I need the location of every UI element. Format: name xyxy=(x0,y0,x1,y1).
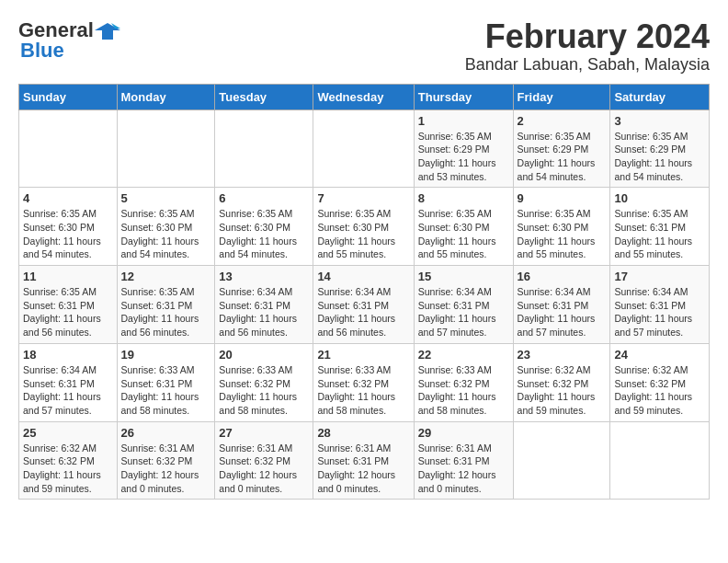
calendar-cell xyxy=(513,421,610,500)
day-number: 16 xyxy=(518,270,607,283)
calendar-cell xyxy=(610,421,710,500)
day-info: Sunrise: 6:35 AM Sunset: 6:30 PM Dayligh… xyxy=(418,207,509,261)
calendar-week-row: 11Sunrise: 6:35 AM Sunset: 6:31 PM Dayli… xyxy=(19,266,710,344)
day-info: Sunrise: 6:34 AM Sunset: 6:31 PM Dayligh… xyxy=(219,285,309,339)
day-info: Sunrise: 6:32 AM Sunset: 6:32 PM Dayligh… xyxy=(518,363,607,418)
calendar-cell: 6Sunrise: 6:35 AM Sunset: 6:30 PM Daylig… xyxy=(215,188,313,266)
calendar-cell: 9Sunrise: 6:35 AM Sunset: 6:30 PM Daylig… xyxy=(513,188,610,266)
day-info: Sunrise: 6:35 AM Sunset: 6:30 PM Dayligh… xyxy=(219,207,309,261)
calendar-cell: 1Sunrise: 6:35 AM Sunset: 6:29 PM Daylig… xyxy=(414,109,513,188)
calendar-cell: 22Sunrise: 6:33 AM Sunset: 6:32 PM Dayli… xyxy=(414,343,513,421)
calendar-cell: 12Sunrise: 6:35 AM Sunset: 6:31 PM Dayli… xyxy=(117,266,215,344)
calendar-cell: 27Sunrise: 6:31 AM Sunset: 6:32 PM Dayli… xyxy=(215,421,313,500)
day-number: 14 xyxy=(317,270,409,283)
day-number: 25 xyxy=(23,426,113,440)
calendar-cell: 8Sunrise: 6:35 AM Sunset: 6:30 PM Daylig… xyxy=(414,188,513,266)
day-info: Sunrise: 6:33 AM Sunset: 6:32 PM Dayligh… xyxy=(219,363,309,418)
day-number: 26 xyxy=(121,426,211,440)
calendar-cell: 28Sunrise: 6:31 AM Sunset: 6:31 PM Dayli… xyxy=(313,421,414,500)
calendar-week-row: 18Sunrise: 6:34 AM Sunset: 6:31 PM Dayli… xyxy=(19,343,710,421)
svg-marker-0 xyxy=(95,23,120,40)
calendar-cell xyxy=(215,109,313,188)
day-number: 2 xyxy=(518,114,607,128)
page-header: General Blue February 2024 Bandar Labuan… xyxy=(18,18,710,75)
day-number: 29 xyxy=(418,426,509,440)
day-info: Sunrise: 6:35 AM Sunset: 6:30 PM Dayligh… xyxy=(121,207,211,261)
day-info: Sunrise: 6:35 AM Sunset: 6:31 PM Dayligh… xyxy=(121,285,211,339)
day-of-week-header: Tuesday xyxy=(215,84,313,109)
logo-bird-icon xyxy=(95,21,120,41)
day-number: 18 xyxy=(23,348,113,362)
day-number: 20 xyxy=(219,348,309,362)
day-info: Sunrise: 6:34 AM Sunset: 6:31 PM Dayligh… xyxy=(418,285,509,339)
day-number: 24 xyxy=(614,348,705,362)
day-of-week-header: Thursday xyxy=(414,84,513,109)
calendar-subtitle: Bandar Labuan, Sabah, Malaysia xyxy=(465,55,710,75)
day-info: Sunrise: 6:33 AM Sunset: 6:32 PM Dayligh… xyxy=(418,363,509,418)
calendar-cell: 26Sunrise: 6:31 AM Sunset: 6:32 PM Dayli… xyxy=(117,421,215,500)
day-info: Sunrise: 6:34 AM Sunset: 6:31 PM Dayligh… xyxy=(518,285,607,339)
calendar-cell xyxy=(313,109,414,188)
calendar-cell: 14Sunrise: 6:34 AM Sunset: 6:31 PM Dayli… xyxy=(313,266,414,344)
calendar-cell: 13Sunrise: 6:34 AM Sunset: 6:31 PM Dayli… xyxy=(215,266,313,344)
day-of-week-header: Friday xyxy=(513,84,610,109)
calendar-cell: 21Sunrise: 6:33 AM Sunset: 6:32 PM Dayli… xyxy=(313,343,414,421)
calendar-title: February 2024 xyxy=(465,18,710,55)
day-info: Sunrise: 6:35 AM Sunset: 6:30 PM Dayligh… xyxy=(317,207,409,261)
day-info: Sunrise: 6:32 AM Sunset: 6:32 PM Dayligh… xyxy=(23,442,113,496)
calendar-table: SundayMondayTuesdayWednesdayThursdayFrid… xyxy=(18,84,710,500)
day-info: Sunrise: 6:35 AM Sunset: 6:31 PM Dayligh… xyxy=(23,285,113,339)
day-info: Sunrise: 6:35 AM Sunset: 6:29 PM Dayligh… xyxy=(614,130,705,184)
calendar-cell: 5Sunrise: 6:35 AM Sunset: 6:30 PM Daylig… xyxy=(117,188,215,266)
day-number: 11 xyxy=(23,270,113,283)
calendar-cell: 7Sunrise: 6:35 AM Sunset: 6:30 PM Daylig… xyxy=(313,188,414,266)
calendar-week-row: 1Sunrise: 6:35 AM Sunset: 6:29 PM Daylig… xyxy=(19,109,710,188)
calendar-cell: 10Sunrise: 6:35 AM Sunset: 6:31 PM Dayli… xyxy=(610,188,710,266)
calendar-cell: 20Sunrise: 6:33 AM Sunset: 6:32 PM Dayli… xyxy=(215,343,313,421)
day-info: Sunrise: 6:33 AM Sunset: 6:31 PM Dayligh… xyxy=(121,363,211,418)
day-number: 19 xyxy=(121,348,211,362)
calendar-cell: 29Sunrise: 6:31 AM Sunset: 6:31 PM Dayli… xyxy=(414,421,513,500)
title-block: February 2024 Bandar Labuan, Sabah, Mala… xyxy=(465,18,710,75)
day-info: Sunrise: 6:35 AM Sunset: 6:30 PM Dayligh… xyxy=(518,207,607,261)
day-of-week-header: Monday xyxy=(117,84,215,109)
calendar-cell: 2Sunrise: 6:35 AM Sunset: 6:29 PM Daylig… xyxy=(513,109,610,188)
day-number: 3 xyxy=(614,114,705,128)
day-info: Sunrise: 6:31 AM Sunset: 6:32 PM Dayligh… xyxy=(219,442,309,496)
day-number: 21 xyxy=(317,348,409,362)
day-of-week-header: Wednesday xyxy=(313,84,414,109)
day-of-week-header: Saturday xyxy=(610,84,710,109)
day-number: 15 xyxy=(418,270,509,283)
day-number: 5 xyxy=(121,191,211,205)
day-number: 13 xyxy=(219,270,309,283)
day-number: 9 xyxy=(518,191,607,205)
day-of-week-header: Sunday xyxy=(19,84,118,109)
day-number: 12 xyxy=(121,270,211,283)
logo: General Blue xyxy=(18,18,120,63)
calendar-header-row: SundayMondayTuesdayWednesdayThursdayFrid… xyxy=(19,84,710,109)
day-number: 7 xyxy=(317,191,409,205)
calendar-cell: 23Sunrise: 6:32 AM Sunset: 6:32 PM Dayli… xyxy=(513,343,610,421)
day-info: Sunrise: 6:34 AM Sunset: 6:31 PM Dayligh… xyxy=(317,285,409,339)
day-number: 22 xyxy=(418,348,509,362)
day-number: 1 xyxy=(418,114,509,128)
logo-blue-text: Blue xyxy=(20,39,64,63)
day-number: 23 xyxy=(518,348,607,362)
day-info: Sunrise: 6:35 AM Sunset: 6:29 PM Dayligh… xyxy=(418,130,509,184)
day-number: 10 xyxy=(614,191,705,205)
calendar-cell: 15Sunrise: 6:34 AM Sunset: 6:31 PM Dayli… xyxy=(414,266,513,344)
day-info: Sunrise: 6:35 AM Sunset: 6:29 PM Dayligh… xyxy=(518,130,607,184)
day-info: Sunrise: 6:31 AM Sunset: 6:31 PM Dayligh… xyxy=(317,442,409,496)
calendar-week-row: 4Sunrise: 6:35 AM Sunset: 6:30 PM Daylig… xyxy=(19,188,710,266)
day-number: 17 xyxy=(614,270,705,283)
day-info: Sunrise: 6:34 AM Sunset: 6:31 PM Dayligh… xyxy=(614,285,705,339)
day-number: 28 xyxy=(317,426,409,440)
calendar-cell: 3Sunrise: 6:35 AM Sunset: 6:29 PM Daylig… xyxy=(610,109,710,188)
calendar-cell: 25Sunrise: 6:32 AM Sunset: 6:32 PM Dayli… xyxy=(19,421,118,500)
day-number: 8 xyxy=(418,191,509,205)
day-info: Sunrise: 6:31 AM Sunset: 6:32 PM Dayligh… xyxy=(121,442,211,496)
calendar-cell: 11Sunrise: 6:35 AM Sunset: 6:31 PM Dayli… xyxy=(19,266,118,344)
day-number: 27 xyxy=(219,426,309,440)
day-info: Sunrise: 6:35 AM Sunset: 6:30 PM Dayligh… xyxy=(23,207,113,261)
day-number: 4 xyxy=(23,191,113,205)
